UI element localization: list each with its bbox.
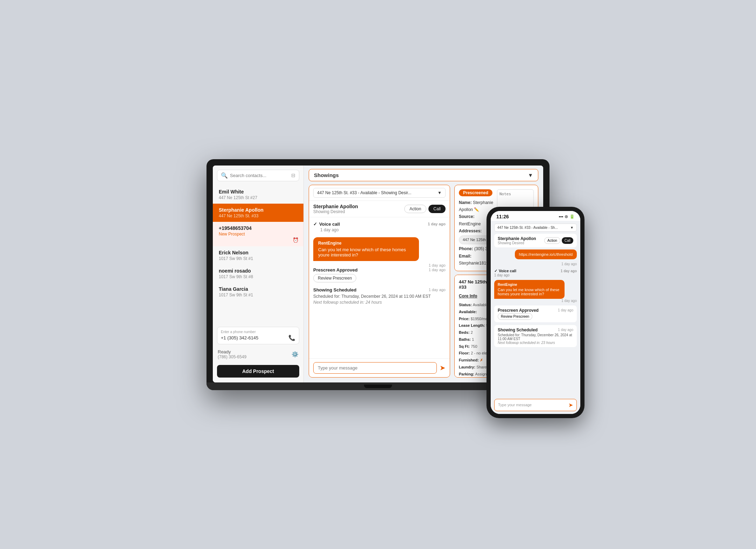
contact-item-new-prospect[interactable]: +19548653704 New Prospect ⏰ [213, 222, 303, 246]
contact-name: Emil White [219, 189, 299, 195]
search-icon: 🔍 [221, 172, 228, 179]
followup-note: Next followup scheduled in: 24 hours [313, 300, 446, 305]
phone-review-prescreen-button[interactable]: Review Prescreen [498, 313, 532, 320]
chat-input-row: ➤ [309, 358, 450, 377]
phone-content: 447 Ne 125th St. #33 - Available - Sh...… [491, 221, 580, 414]
phone-label: Enter a phone number [221, 330, 295, 334]
checkmark-icon: ✓ [313, 221, 317, 227]
event-label: ✓ Voice call 1 day ago [313, 221, 446, 227]
sidebar: 🔍 ⊟ Emil White 447 Ne 125th St #27 Sterp… [213, 166, 304, 382]
gear-icon[interactable]: ⚙️ [292, 351, 299, 358]
prescreen-label: Prescreen Approved [313, 267, 358, 273]
add-prospect-button[interactable]: Add Prospect [217, 365, 299, 378]
phone-showing-label: Showing Scheduled [498, 328, 538, 332]
property-selector-text: 447 Ne 125th St. #33 - Available - Showi… [317, 190, 411, 195]
phone-bubble-text: Can you let me know which of these homes… [498, 288, 559, 296]
chat-panel: 447 Ne 125th St. #33 - Available - Showi… [309, 185, 450, 378]
phone-sender: RentEngine [498, 283, 561, 287]
phone-bot-message: RentEngine Can you let me know which of … [494, 280, 577, 303]
phone-contact-status: Showing Desired [498, 241, 536, 245]
laptop-notch [364, 385, 392, 388]
phone-send-icon[interactable]: ➤ [568, 402, 573, 408]
phone-action-button[interactable]: Action [544, 237, 560, 244]
contact-item-emil-white[interactable]: Emil White 447 Ne 125th St #27 [213, 185, 303, 204]
showing-detail: Scheduled for: Thursday, December 26, 20… [313, 294, 446, 299]
phone-property-text: 447 Ne 125th St. #33 - Available - Sh... [497, 226, 558, 230]
prescreen-time: 1 day ago [429, 268, 446, 272]
phone-input-row: Type your message ➤ [494, 399, 577, 411]
contact-item-tiana[interactable]: Tiana Garcia 1017 Sw 9th St #1 [213, 283, 303, 301]
contact-item-erick[interactable]: Erick Nelson 1017 Sw 9th St #1 [213, 246, 303, 265]
contact-item-sterphanie[interactable]: Sterphanie Apollon 447 Ne 125th St. #33 [213, 204, 303, 222]
phone-link-time: 1 day ago [494, 262, 577, 266]
battery-icon: 🔋 [569, 214, 575, 219]
contact-name: noemi rosado [219, 268, 299, 274]
call-button[interactable]: Call [428, 205, 446, 213]
contact-name: Tiana Garcia [219, 286, 299, 292]
checkmark-icon: ✓ [494, 269, 497, 273]
send-button[interactable]: ➤ [440, 364, 446, 372]
phone-prescreen-time: 1 day ago [558, 308, 573, 312]
chat-actions: Action Call [404, 205, 446, 213]
chat-contact-name: Sterphanie Apollon [313, 204, 358, 209]
bubble-text: Can you let me know which of these homes… [318, 247, 406, 258]
chat-input[interactable] [313, 362, 437, 374]
phone-messages: https://rentengine.io/c/threshold 1 day … [494, 249, 577, 397]
action-button[interactable]: Action [404, 205, 426, 213]
phone-device: 11:26 ▪▪▪ ⊛ 🔋 447 Ne 125th St. #33 - Ava… [486, 207, 584, 418]
ready-label: Ready [218, 349, 246, 354]
phone-property-selector[interactable]: 447 Ne 125th St. #33 - Available - Sh...… [494, 224, 577, 232]
review-prescreen-button[interactable]: Review Prescreen [313, 274, 356, 282]
phone-showing-event: Showing Scheduled 1 day ago Scheduled fo… [494, 325, 577, 347]
contact-sub: 1017 Sw 9th St #8 [219, 274, 299, 279]
phone-status-bar: 11:26 ▪▪▪ ⊛ 🔋 [491, 211, 580, 221]
phone-call-button[interactable]: Call [562, 237, 573, 244]
chat-messages: ✓ Voice call 1 day ago 1 day ago [309, 217, 450, 358]
contact-item-noemi[interactable]: noemi rosado 1017 Sw 9th St #8 [213, 265, 303, 283]
showings-label: Showings [314, 172, 339, 178]
showings-dropdown[interactable]: Showings ▼ [309, 169, 538, 181]
filter-icon[interactable]: ⊟ [291, 173, 295, 178]
clock-icon: ⏰ [219, 237, 299, 243]
phone-prescreen-label: Prescreen Approved [498, 308, 539, 313]
top-bar: Showings ▼ [304, 166, 543, 185]
contact-sub: 1017 Sw 9th St #1 [219, 293, 299, 297]
phone-event-title-row: Prescreen Approved 1 day ago [498, 308, 573, 313]
phone-input[interactable] [221, 335, 286, 340]
wifi-icon: ⊛ [565, 214, 568, 219]
bot-message-event: RentEngine Can you let me know which of … [313, 237, 446, 267]
event-sub: 1 day ago [320, 227, 446, 232]
search-input[interactable] [230, 173, 289, 178]
phone-showing-detail: Scheduled for: Thursday, December 26, 20… [498, 333, 573, 341]
chevron-down-icon: ▼ [570, 226, 574, 230]
voice-call-event: ✓ Voice call 1 day ago 1 day ago [313, 221, 446, 232]
phone-event-sub: 1 day ago [494, 273, 577, 277]
edit-icon[interactable]: ✏️ [474, 207, 479, 212]
showing-scheduled-event: Showing Scheduled 1 day ago Scheduled fo… [313, 287, 446, 305]
phone-event-label: ✓ Voice call 1 day ago [494, 269, 577, 273]
ready-row: Ready (786) 305-6549 ⚙️ [213, 346, 303, 362]
phone-icons: ▪▪▪ ⊛ 🔋 [559, 214, 575, 219]
chat-header: 447 Ne 125th St. #33 - Available - Showi… [309, 185, 450, 201]
phone-prescreen-event: Prescreen Approved 1 day ago Review Pres… [494, 305, 577, 322]
showing-time: 1 day ago [429, 288, 446, 292]
contact-sub: New Prospect [219, 232, 299, 237]
signal-icon: ▪▪▪ [559, 214, 563, 219]
phone-entry: Enter a phone number 📞 [217, 327, 299, 344]
event-time: 1 day ago [428, 222, 446, 226]
source-value: RentEngine [459, 221, 481, 226]
phone-call-icon[interactable]: 📞 [288, 335, 295, 341]
chat-contact-status: Showing Desired [313, 209, 358, 214]
source-label: Source: [459, 214, 475, 219]
contact-list: Emil White 447 Ne 125th St #27 Sterphani… [213, 184, 303, 325]
phone-time: 11:26 [496, 214, 509, 219]
bubble-sender: RentEngine [318, 241, 414, 246]
contact-name: Erick Nelson [219, 250, 299, 255]
contact-sub: 447 Ne 125th St. #33 [219, 213, 299, 218]
property-selector[interactable]: 447 Ne 125th St. #33 - Available - Showi… [313, 188, 446, 198]
contact-name: Sterphanie Apollon [219, 207, 299, 213]
phone-showing-time: 1 day ago [558, 328, 573, 332]
phone-followup: Next followup scheduled in: 23 hours [498, 341, 573, 345]
search-bar[interactable]: 🔍 ⊟ [217, 170, 299, 181]
name-label: Name: [459, 200, 472, 205]
